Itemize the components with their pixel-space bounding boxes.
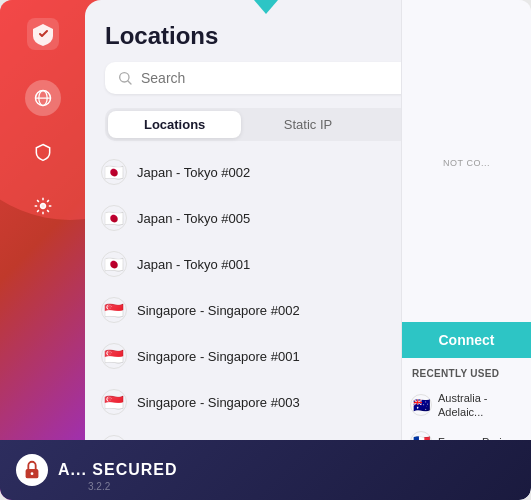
svg-line-6 [128,81,131,84]
recent-item[interactable]: 🇦🇺 Australia - Adelaic... [402,385,531,426]
sidebar [0,0,85,500]
connect-button[interactable]: Connect [402,322,531,358]
tab-static-ip[interactable]: Static IP [241,111,374,138]
bottom-bar: A... SECURED 3.2.2 [0,440,531,500]
flag-icon: 🇸🇬 [101,297,127,323]
recent-flag-icon: 🇦🇺 [410,394,432,416]
sidebar-item-settings[interactable] [25,188,61,224]
flag-icon: 🇯🇵 [101,251,127,277]
svg-point-4 [40,204,45,209]
flag-icon: 🇸🇬 [101,343,127,369]
bottom-logo [16,454,48,486]
sidebar-item-locations[interactable] [25,80,61,116]
sidebar-item-security[interactable] [25,134,61,170]
bottom-main-text: A... SECURED [58,461,178,479]
not-connected-status: NOT CO... [435,146,498,176]
top-arrow-decoration [254,0,278,14]
flag-icon: 🇯🇵 [101,159,127,185]
svg-point-48 [31,472,34,475]
recently-used-label: RECENTLY USED [402,358,531,385]
app-container: Locations Locations Static IP MultiHop 🇯… [0,0,531,500]
flag-icon: 🇸🇬 [101,389,127,415]
lock-icon [21,459,43,481]
right-panel: NOT CO... Connect RECENTLY USED 🇦🇺 Austr… [401,0,531,500]
version-text: 3.2.2 [88,481,110,492]
search-icon [117,70,133,86]
bottom-text: A... SECURED [58,461,178,479]
flag-icon: 🇯🇵 [101,205,127,231]
tab-locations[interactable]: Locations [108,111,241,138]
app-logo[interactable] [27,18,59,50]
recent-location-name: Australia - Adelaic... [438,391,523,420]
